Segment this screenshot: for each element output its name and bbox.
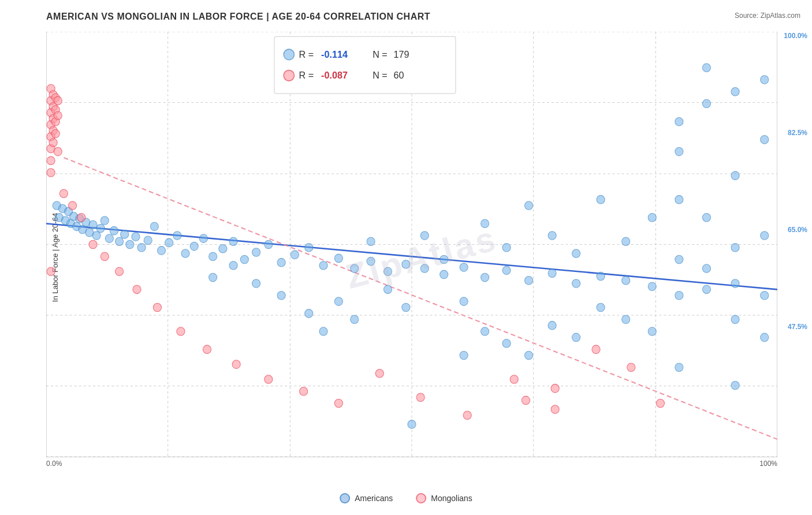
svg-point-64	[440, 270, 448, 279]
svg-point-171	[627, 363, 635, 372]
svg-point-106	[277, 291, 285, 300]
svg-point-169	[551, 384, 559, 393]
svg-point-87	[675, 195, 683, 204]
svg-point-115	[524, 351, 532, 360]
svg-point-97	[440, 255, 448, 264]
svg-point-117	[481, 327, 489, 336]
svg-point-126	[731, 381, 739, 390]
svg-point-90	[597, 195, 605, 204]
svg-point-39	[137, 243, 146, 252]
svg-point-79	[731, 279, 739, 288]
svg-point-78	[731, 243, 739, 252]
svg-text:R =: R =	[299, 48, 314, 59]
svg-point-56	[305, 243, 313, 252]
svg-point-91	[572, 249, 580, 258]
svg-point-159	[232, 360, 240, 369]
svg-point-85	[702, 99, 710, 108]
svg-point-66	[481, 273, 489, 282]
legend-item-mongolian: Mongolians	[416, 493, 472, 503]
svg-point-44	[173, 232, 181, 240]
svg-point-80	[761, 232, 769, 240]
svg-point-166	[510, 375, 518, 384]
svg-point-119	[408, 420, 416, 429]
svg-point-67	[502, 266, 511, 275]
svg-point-83	[731, 88, 739, 96]
svg-point-154	[116, 267, 124, 276]
svg-text:-0.114: -0.114	[321, 48, 348, 59]
svg-point-140	[49, 139, 57, 147]
svg-point-120	[675, 117, 683, 126]
svg-point-105	[305, 309, 313, 318]
svg-point-36	[121, 230, 129, 239]
svg-point-45	[181, 249, 189, 258]
svg-point-150	[68, 201, 76, 210]
svg-point-89	[622, 237, 630, 246]
svg-point-127	[675, 363, 683, 372]
svg-point-156	[153, 303, 161, 312]
svg-point-93	[524, 201, 532, 210]
svg-point-65	[460, 263, 468, 272]
legend-label-mongolian: Mongolians	[431, 494, 472, 503]
svg-point-116	[502, 339, 511, 348]
svg-point-157	[177, 327, 185, 336]
svg-point-59	[351, 264, 359, 273]
svg-point-76	[702, 264, 710, 273]
svg-point-48	[209, 252, 217, 261]
svg-text:179: 179	[394, 48, 409, 59]
svg-point-46	[190, 242, 198, 251]
svg-point-148	[47, 267, 55, 276]
svg-point-35	[116, 237, 124, 246]
svg-point-162	[334, 399, 342, 408]
svg-text:N =: N =	[373, 48, 388, 59]
svg-point-167	[522, 396, 530, 405]
svg-point-33	[105, 234, 113, 243]
svg-point-82	[761, 76, 769, 84]
svg-point-124	[761, 333, 769, 342]
svg-point-134	[47, 156, 55, 165]
svg-point-96	[460, 297, 468, 306]
svg-point-53	[265, 240, 273, 249]
svg-point-102	[351, 315, 359, 324]
svg-rect-173	[274, 36, 456, 94]
svg-point-60	[367, 257, 375, 266]
source-label: Source: ZipAtlas.com	[735, 12, 800, 20]
svg-point-63	[420, 264, 429, 273]
svg-point-95	[481, 219, 489, 228]
svg-point-92	[548, 232, 556, 240]
chart-svg: R = -0.114 N = 179 R = -0.087 N = 60	[46, 32, 777, 457]
x-label-0: 0.0%	[46, 460, 62, 468]
svg-point-108	[229, 262, 237, 270]
svg-point-121	[731, 171, 739, 180]
svg-point-144	[51, 129, 59, 138]
svg-point-152	[89, 240, 97, 249]
svg-point-145	[54, 96, 62, 105]
svg-point-110	[648, 327, 656, 336]
svg-point-100	[383, 285, 392, 294]
svg-point-109	[209, 273, 217, 282]
y-label-100: 100.0%	[784, 32, 807, 40]
svg-point-158	[203, 345, 211, 354]
svg-point-68	[524, 277, 532, 285]
svg-point-153	[100, 252, 109, 261]
svg-point-69	[548, 269, 556, 278]
svg-text:R =: R =	[299, 70, 314, 80]
svg-point-107	[252, 279, 260, 288]
svg-point-54	[277, 258, 285, 267]
svg-point-99	[402, 303, 410, 312]
svg-point-174	[284, 49, 294, 60]
svg-point-123	[761, 291, 769, 300]
legend-label-american: Americans	[355, 494, 393, 503]
svg-point-31	[96, 224, 105, 233]
svg-text:N =: N =	[373, 70, 388, 80]
svg-point-57	[319, 262, 327, 270]
svg-point-81	[761, 136, 769, 144]
svg-point-160	[265, 375, 273, 384]
svg-point-32	[100, 217, 109, 225]
svg-point-50	[229, 237, 237, 246]
svg-point-52	[252, 248, 260, 257]
svg-point-146	[54, 111, 62, 120]
svg-point-55	[290, 251, 299, 259]
svg-text:-0.087: -0.087	[321, 70, 348, 80]
svg-point-103	[334, 297, 342, 306]
legend-circle-mongolian	[416, 493, 426, 503]
